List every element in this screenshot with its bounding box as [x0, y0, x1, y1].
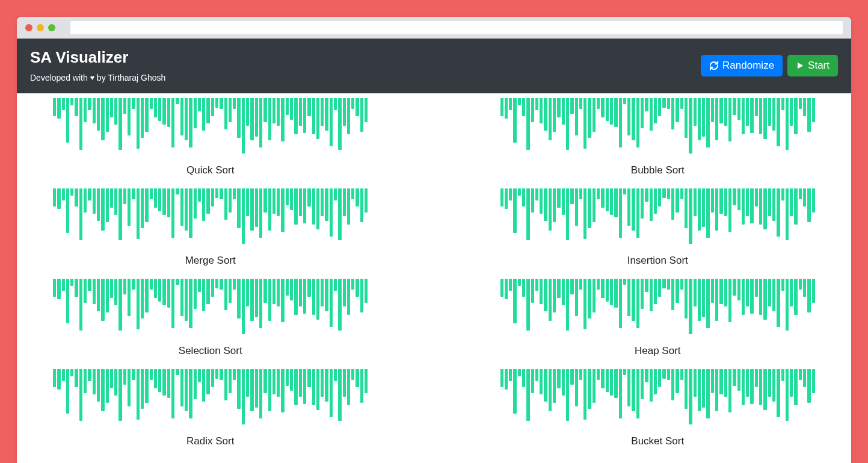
- bar: [145, 369, 148, 403]
- bar: [728, 369, 731, 412]
- bar: [505, 369, 508, 390]
- bar: [137, 279, 140, 329]
- bar: [570, 188, 573, 204]
- panel-label: Insertion Sort: [500, 255, 816, 267]
- window-titlebar: [17, 17, 851, 39]
- bar: [263, 98, 266, 122]
- bar: [509, 369, 512, 381]
- bar: [614, 98, 617, 127]
- bar: [662, 279, 665, 288]
- bar: [334, 279, 337, 291]
- randomize-button[interactable]: Randomize: [701, 55, 783, 76]
- bar: [365, 188, 368, 213]
- bar: [347, 279, 350, 315]
- bar: [211, 279, 214, 297]
- bar: [123, 188, 126, 204]
- bar: [807, 98, 810, 132]
- bar: [593, 279, 596, 312]
- bar: [299, 188, 302, 216]
- bar: [206, 279, 209, 304]
- url-bar[interactable]: [70, 21, 843, 34]
- bar: [698, 188, 701, 231]
- bar: [505, 98, 508, 119]
- bar: [171, 188, 174, 238]
- bar: [601, 188, 604, 208]
- bar: [70, 369, 73, 376]
- bar: [549, 188, 552, 231]
- panel-label: Bucket Sort: [500, 435, 816, 447]
- bar: [719, 369, 722, 394]
- sort-panel: Quick Sort: [53, 98, 368, 184]
- start-button[interactable]: Start: [787, 55, 838, 76]
- bar: [268, 279, 271, 321]
- bar: [220, 188, 223, 199]
- bar: [321, 279, 324, 306]
- bar: [746, 188, 749, 216]
- content-area: Quick SortBubble SortMerge SortInsertion…: [17, 93, 851, 463]
- bar: [215, 369, 218, 379]
- bar: [606, 369, 609, 392]
- bar: [66, 188, 69, 233]
- bar: [509, 188, 512, 200]
- traffic-light-minimize[interactable]: [37, 24, 44, 31]
- bar: [114, 279, 117, 305]
- bar: [803, 279, 806, 297]
- bar: [215, 98, 218, 108]
- bar: [619, 188, 622, 238]
- sort-panel: Selection Sort: [53, 279, 368, 364]
- panel-label: Bubble Sort: [500, 164, 816, 176]
- bar: [325, 188, 328, 221]
- bar: [272, 369, 275, 394]
- bar: [101, 98, 104, 140]
- bar: [294, 279, 297, 315]
- bar: [575, 98, 578, 135]
- bar: [733, 279, 736, 296]
- bar: [255, 279, 258, 317]
- bar: [299, 279, 302, 306]
- bar: [272, 279, 275, 304]
- bar: [671, 369, 674, 400]
- bar: [645, 369, 648, 382]
- bar: [759, 98, 762, 134]
- bar: [303, 279, 306, 314]
- bar: [154, 188, 157, 208]
- bar: [290, 369, 293, 391]
- bar: [75, 279, 78, 297]
- bar: [610, 279, 613, 305]
- bar: [189, 369, 192, 418]
- bar: [119, 98, 122, 150]
- bar: [57, 188, 60, 209]
- bar: [803, 188, 806, 207]
- bar: [321, 369, 324, 397]
- bar: [742, 369, 745, 405]
- bar: [93, 98, 96, 123]
- bar: [737, 279, 740, 300]
- bar: [202, 369, 205, 402]
- traffic-light-zoom[interactable]: [48, 24, 55, 31]
- bar: [167, 369, 170, 398]
- bar: [531, 279, 534, 303]
- bar: [636, 98, 639, 148]
- bar: [237, 98, 240, 138]
- bar: [544, 369, 547, 402]
- bar: [755, 279, 758, 297]
- bar: [325, 98, 328, 131]
- bar: [338, 369, 341, 421]
- bar: [334, 188, 337, 200]
- bar: [171, 279, 174, 328]
- bar: [286, 369, 289, 386]
- bar: [325, 279, 328, 311]
- traffic-light-close[interactable]: [25, 24, 32, 31]
- bar: [330, 188, 333, 237]
- bar: [259, 98, 262, 148]
- bar: [242, 369, 245, 424]
- bar: [544, 98, 547, 131]
- bar: [746, 279, 749, 306]
- bar: [676, 98, 679, 122]
- bar: [662, 188, 665, 198]
- bar: [781, 188, 784, 200]
- bar: [290, 279, 293, 300]
- bar: [706, 98, 709, 148]
- bar: [88, 98, 91, 110]
- bar: [255, 188, 258, 227]
